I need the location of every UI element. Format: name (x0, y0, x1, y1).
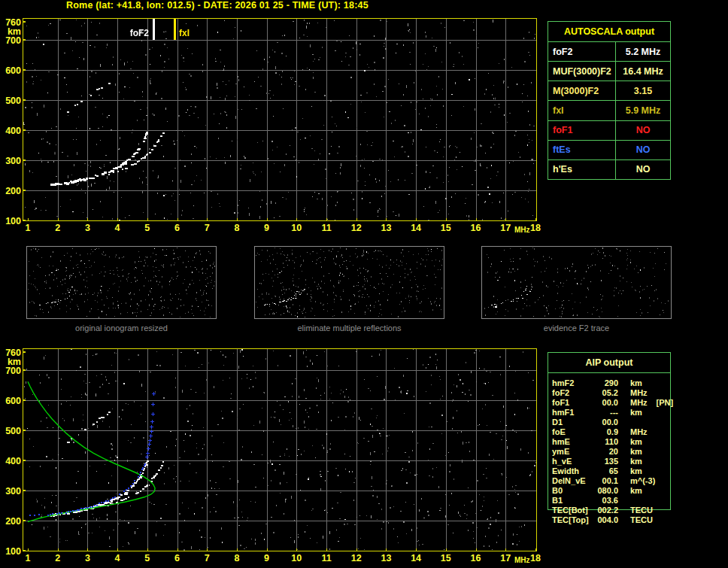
autoscala-row-label: ftEs (548, 141, 616, 159)
x-tick-label: 3 (77, 223, 97, 233)
aip-row: D100.0 (548, 418, 675, 427)
thumbnail-evidence-f2 (481, 246, 672, 319)
y-tick-label: 400 (0, 456, 21, 466)
thumbnail-eliminate-reflections (254, 246, 444, 319)
autoscala-row-value: 3.15 (616, 86, 670, 96)
x-tick-label: 14 (406, 553, 426, 563)
aip-row: DelN_vE00.1m^(-3) (548, 476, 675, 486)
aip-row-name: B0 (552, 486, 591, 496)
autoscala-row-value: 16.4 MHz (616, 66, 670, 77)
autoscala-row: foF25.2 MHz (548, 42, 670, 62)
autoscala-row-label: foF2 (548, 42, 616, 61)
aip-row-value: --- (591, 408, 618, 418)
aip-row-value: 00.0 (591, 398, 618, 408)
x-tick-label: 15 (436, 223, 456, 233)
x-tick-label: 16 (466, 223, 486, 233)
autoscala-output-table: AUTOSCALA output foF25.2 MHzMUF(3000)F21… (548, 21, 671, 180)
x-tick-label: 7 (197, 553, 217, 563)
aip-row: foF100.0MHz[PN] (548, 398, 675, 408)
autoscala-table-rows: foF25.2 MHzMUF(3000)F216.4 MHzM(3000)F23… (548, 42, 670, 179)
aip-row-unit: MHz (618, 398, 648, 408)
y-tick-label: 700 (0, 35, 21, 46)
aip-row: h_vE135km (548, 457, 675, 466)
y-tick-label: 600 (0, 65, 21, 76)
y-tick-label: 300 (0, 486, 21, 497)
aip-row-name: h_vE (552, 457, 591, 466)
x-tick-label: 2 (48, 223, 68, 233)
x-tick-label: 4 (108, 553, 127, 563)
autoscala-row-value: NO (616, 144, 670, 155)
x-tick-label: 13 (376, 553, 396, 563)
bottom-ionogram-plot (23, 348, 537, 551)
aip-row-value: 0.9 (591, 427, 618, 437)
autoscala-row: M(3000)F23.15 (548, 81, 670, 101)
autoscala-row-label: MUF(3000)F2 (548, 62, 616, 80)
caption-original-ionogram: original ionogram resized (26, 323, 217, 333)
y-tick-label: 200 (0, 516, 21, 527)
x-tick-label: 12 (347, 553, 366, 563)
autoscala-row: foF1NO (548, 121, 670, 141)
y-tick-label: 200 (0, 186, 21, 196)
thumbnail-original-ionogram-canvas (27, 247, 216, 318)
aip-row-unit: MHz (618, 427, 648, 437)
aip-row-unit: km (618, 447, 642, 457)
aip-row-name: hmE (552, 437, 591, 447)
aip-row-unit: TECU (618, 515, 653, 525)
aip-row-value: 080.0 (591, 486, 618, 496)
x-tick-label: 14 (406, 223, 426, 233)
aip-row-name: B1 (552, 496, 591, 506)
y-tick-label: 400 (0, 126, 21, 136)
x-tick-label: 16 (466, 553, 486, 563)
y-tick-label: 500 (0, 426, 21, 436)
x-tick-label: 10 (287, 223, 306, 233)
thumbnail-original-ionogram (26, 246, 217, 319)
aip-row-name: DelN_vE (552, 476, 591, 486)
aip-row-name: TEC[Bot] (552, 506, 591, 515)
aip-row-unit: km (618, 378, 642, 388)
x-tick-label: 5 (138, 553, 157, 563)
aip-row: B103.6 (548, 496, 675, 506)
autoscala-row-value: NO (616, 125, 670, 135)
thumbnail-eliminate-reflections-canvas (255, 247, 444, 318)
x-axis-unit-label: MHz (514, 226, 530, 234)
x-tick-label: 8 (227, 553, 247, 563)
aip-row-name: ymE (552, 447, 591, 457)
aip-table-title: AIP output (548, 353, 670, 373)
x-tick-label: 10 (287, 553, 306, 563)
aip-row-unit: km (618, 457, 642, 466)
x-tick-label: 11 (317, 223, 336, 233)
aip-row-value: 03.6 (591, 496, 618, 506)
aip-row-value: 002.2 (591, 506, 618, 515)
aip-row-value: 004.0 (591, 515, 618, 525)
aip-row-unit: km (618, 486, 642, 496)
aip-row-unit: TECU (618, 506, 653, 515)
autoscala-table-title: AUTOSCALA output (548, 22, 670, 42)
aip-row: hmF2290km (548, 378, 675, 388)
x-tick-label: 17 (496, 223, 515, 233)
y-tick-label: 500 (0, 96, 21, 106)
aip-row-name: hmF1 (552, 408, 591, 418)
autoscala-row: h'EsNO (548, 160, 670, 179)
autoscala-row: ftEsNO (548, 141, 670, 160)
station-title: Rome (lat: +41.8, lon: 012.5) - DATE: 20… (66, 0, 369, 11)
aip-row-value: 65 (591, 466, 618, 476)
aip-row-value: 290 (591, 378, 618, 388)
aip-row: TEC[Top]004.0TECU (548, 515, 675, 525)
x-tick-label: 6 (168, 553, 187, 563)
x-tick-label: 3 (77, 553, 97, 563)
autoscala-row: MUF(3000)F216.4 MHz (548, 62, 670, 81)
x-tick-label: 1 (18, 553, 38, 563)
x-tick-label: 9 (257, 553, 277, 563)
autoscala-output-screen: Rome (lat: +41.8, lon: 012.5) - DATE: 20… (0, 0, 728, 568)
x-tick-label: 2 (48, 553, 68, 563)
x-tick-label: 1 (18, 223, 38, 233)
aip-row-name: TEC[Top] (552, 515, 591, 525)
x-tick-label: 15 (436, 553, 456, 563)
autoscala-row-label: foF1 (548, 121, 616, 140)
x-tick-label: 5 (138, 223, 157, 233)
autoscala-row-label: h'Es (548, 160, 616, 179)
aip-row: foE0.9MHz (548, 427, 675, 437)
aip-row-name: foE (552, 427, 591, 437)
aip-row-value: 20 (591, 447, 618, 457)
x-tick-label: 7 (197, 223, 217, 233)
